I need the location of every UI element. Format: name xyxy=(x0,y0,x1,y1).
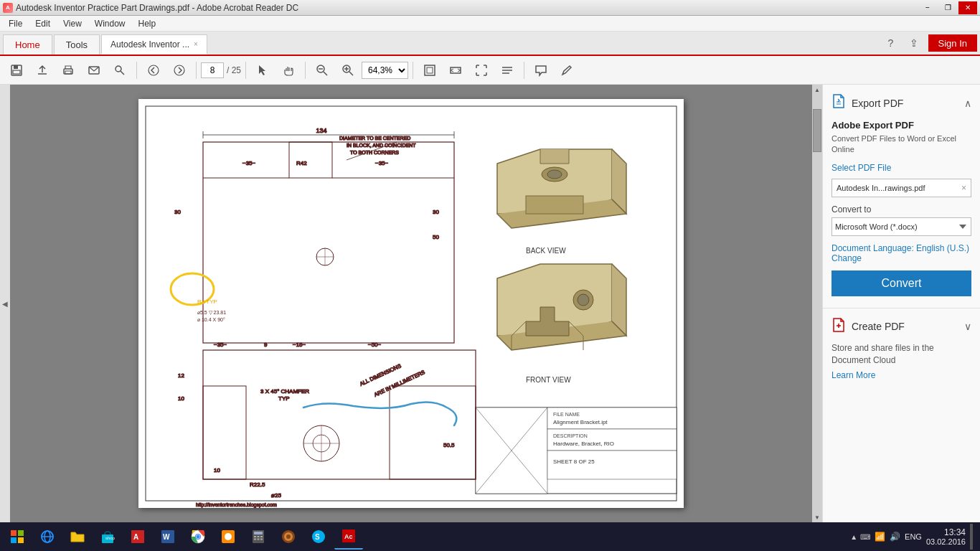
svg-text:FRONT VIEW: FRONT VIEW xyxy=(526,376,571,384)
svg-text:50: 50 xyxy=(433,234,439,240)
taskbar-app11[interactable] xyxy=(274,524,303,550)
fullscreen-button[interactable] xyxy=(469,58,494,83)
comment-button[interactable] xyxy=(529,58,553,83)
restore-button[interactable]: ❐ xyxy=(938,1,957,14)
svg-text:S: S xyxy=(315,533,320,541)
clock-date: 03.02.2016 xyxy=(926,537,966,546)
show-desktop-button[interactable] xyxy=(970,524,973,550)
separator-1 xyxy=(136,62,137,79)
svg-rect-111 xyxy=(258,536,260,537)
svg-text:shop: shop xyxy=(105,536,116,540)
pen-tool-button[interactable] xyxy=(555,58,579,83)
select-pdf-file-link[interactable]: Select PDF File xyxy=(831,163,971,173)
svg-rect-1 xyxy=(14,65,18,69)
pdf-viewer[interactable]: FILE NAME Alignment Bracket.ipt DESCRIPT… xyxy=(10,85,812,522)
prev-view-button[interactable] xyxy=(141,58,166,83)
taskbar-word[interactable]: W xyxy=(154,524,182,550)
zoom-out-button[interactable] xyxy=(310,58,334,83)
scroll-down[interactable]: ▼ xyxy=(812,512,822,522)
print-button[interactable] xyxy=(56,58,80,83)
taskbar-explorer[interactable] xyxy=(63,524,92,550)
export-panel-collapse[interactable]: ∧ xyxy=(964,98,971,109)
menu-edit[interactable]: Edit xyxy=(29,17,56,30)
svg-text:R3 TYP: R3 TYP xyxy=(197,298,217,305)
fit-page-button[interactable] xyxy=(418,58,442,83)
export-pdf-icon xyxy=(831,93,846,113)
svg-rect-49 xyxy=(289,142,332,178)
right-panel: Export PDF ∧ Adobe Export PDF Convert PD… xyxy=(822,85,980,522)
title-bar: A Autodesk Inventor Practice Part Drawin… xyxy=(0,0,980,16)
taskbar-autocad[interactable]: A xyxy=(123,524,152,550)
svg-text:IN BLOCK, AND COINCIDENT: IN BLOCK, AND COINCIDENT xyxy=(347,143,416,148)
pdf-file-field[interactable]: Autodesk In...rawings.pdf × xyxy=(831,179,971,197)
search-button[interactable] xyxy=(108,58,132,83)
tab-close-button[interactable]: × xyxy=(194,40,198,48)
zoom-select[interactable]: 50% 64,3% 75% 100% 125% 150% 200% xyxy=(362,62,408,79)
left-panel-toggle[interactable]: ◀ xyxy=(0,85,10,522)
create-pdf-title: Create PDF xyxy=(852,321,905,332)
svg-text:−35−: −35− xyxy=(375,160,389,166)
sign-in-button[interactable]: Sign In xyxy=(928,34,977,52)
menu-view[interactable]: View xyxy=(57,17,88,30)
taskbar-store[interactable]: shop xyxy=(93,524,122,550)
upload-button[interactable] xyxy=(30,58,55,83)
toolbar: / 25 50% 64,3% 75% 100% 125% 150% 200% xyxy=(0,56,980,85)
minimize-button[interactable]: − xyxy=(918,1,937,14)
svg-point-107 xyxy=(225,533,232,540)
tab-home[interactable]: Home xyxy=(3,34,52,55)
window-controls: − ❐ ✕ xyxy=(918,1,977,14)
svg-text:9: 9 xyxy=(264,342,268,348)
hand-tool-button[interactable] xyxy=(276,58,301,83)
svg-rect-89 xyxy=(11,530,17,536)
save-button[interactable] xyxy=(4,58,29,83)
help-button[interactable]: ? xyxy=(882,34,900,52)
email-button[interactable] xyxy=(82,58,106,83)
tab-tools[interactable]: Tools xyxy=(54,34,100,55)
svg-rect-32 xyxy=(547,451,677,479)
fit-width-button[interactable] xyxy=(443,58,468,83)
svg-text:10: 10 xyxy=(178,395,184,402)
next-view-button[interactable] xyxy=(167,58,192,83)
separator-5 xyxy=(413,62,413,79)
taskbar-chrome[interactable] xyxy=(184,524,212,550)
svg-text:FILE NAME: FILE NAME xyxy=(553,412,580,417)
scroll-track[interactable] xyxy=(812,95,822,512)
share-button[interactable]: ⇪ xyxy=(905,34,923,52)
tab-document[interactable]: Autodesk Inventor ... × xyxy=(101,34,207,55)
menu-window[interactable]: Window xyxy=(89,17,131,30)
start-button[interactable] xyxy=(3,524,32,550)
svg-rect-90 xyxy=(18,530,24,536)
learn-more-link[interactable]: Learn More xyxy=(831,370,875,380)
page-input[interactable] xyxy=(201,62,224,78)
select-tool-button[interactable] xyxy=(250,58,275,83)
close-button[interactable]: ✕ xyxy=(958,1,977,14)
clock-time: 13:34 xyxy=(926,527,966,537)
svg-rect-19 xyxy=(451,67,461,73)
taskbar-skype[interactable]: S xyxy=(304,524,333,550)
separator-6 xyxy=(524,62,524,79)
read-mode-button[interactable] xyxy=(495,58,519,83)
svg-text:DESCRIPTION: DESCRIPTION xyxy=(553,433,588,438)
scroll-up[interactable]: ▲ xyxy=(812,85,822,95)
vertical-scrollbar[interactable]: ▲ ▼ xyxy=(812,85,822,522)
svg-point-8 xyxy=(149,65,159,75)
svg-point-118 xyxy=(286,534,291,539)
svg-rect-67 xyxy=(203,350,476,479)
taskbar-calculator[interactable] xyxy=(244,524,273,550)
menu-file[interactable]: File xyxy=(3,17,28,30)
svg-rect-26 xyxy=(547,408,677,429)
show-hidden-icon[interactable]: ▲ xyxy=(850,533,857,541)
menu-help[interactable]: Help xyxy=(133,17,162,30)
convert-button[interactable]: Convert xyxy=(831,270,971,296)
file-remove-button[interactable]: × xyxy=(961,183,966,193)
scroll-thumb[interactable] xyxy=(813,109,821,152)
taskbar-acrobat[interactable]: Ac xyxy=(334,524,363,550)
change-language-link[interactable]: Change xyxy=(831,253,862,263)
svg-rect-114 xyxy=(258,539,260,540)
taskbar-app9[interactable] xyxy=(214,524,242,550)
taskbar-ie[interactable] xyxy=(33,524,62,550)
convert-to-select[interactable]: Microsoft Word (*.docx) Microsoft Excel … xyxy=(831,217,971,236)
zoom-in-button[interactable] xyxy=(336,58,360,83)
create-panel-collapse[interactable]: ∨ xyxy=(964,321,971,332)
taskbar-clock[interactable]: 13:34 03.02.2016 xyxy=(926,527,966,546)
